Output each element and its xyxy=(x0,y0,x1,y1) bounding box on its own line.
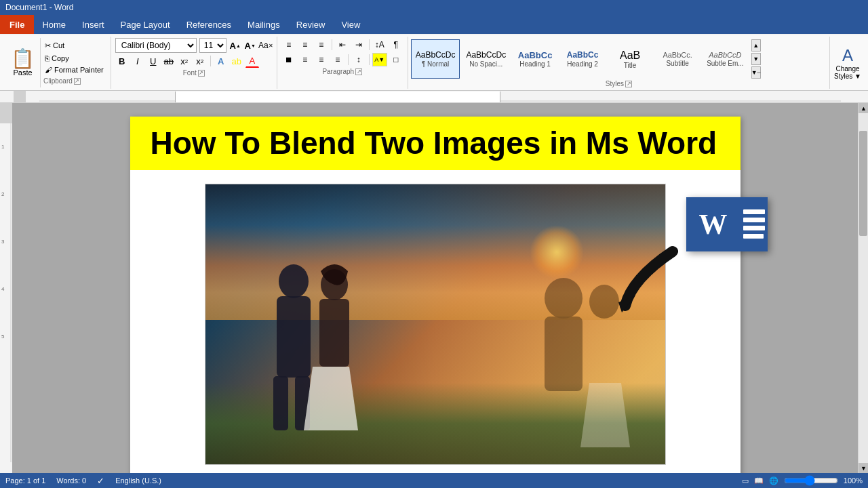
style-normal-preview: AaBbCcDc xyxy=(416,50,456,60)
menu-view[interactable]: View xyxy=(333,17,368,33)
style-subtitle-preview: AaBbCc. xyxy=(663,51,692,60)
format-painter-button[interactable]: 🖌 Format Painter xyxy=(43,65,105,75)
word-count: Words: 0 xyxy=(56,476,86,485)
bold-button[interactable]: B xyxy=(115,54,129,68)
show-marks-button[interactable]: ¶ xyxy=(389,38,403,52)
zoom-level: 100% xyxy=(844,476,863,485)
style-no-spacing[interactable]: AaBbCcDc No Spaci... xyxy=(461,39,511,79)
language-info: English (U.S.) xyxy=(115,476,161,485)
vertical-ruler-top xyxy=(0,103,12,123)
view-print-icon[interactable]: ▭ xyxy=(742,476,749,485)
font-expand-icon[interactable]: ↗ xyxy=(198,70,205,77)
style-normal[interactable]: AaBbCcDc ¶ Normal xyxy=(411,39,460,79)
decrease-indent-button[interactable]: ⇤ xyxy=(335,38,350,52)
svg-rect-9 xyxy=(545,317,583,391)
style-heading1[interactable]: AaBbCc Heading 1 xyxy=(512,39,558,79)
styles-scroll-up[interactable]: ▲ xyxy=(751,39,761,52)
sort-button[interactable]: ↕A xyxy=(372,38,387,52)
menu-page-layout[interactable]: Page Layout xyxy=(113,17,178,33)
clear-formatting-button[interactable]: Aa✕ xyxy=(259,39,273,52)
font-row1: Calibri (Body) 11 A▲ A▼ Aa✕ xyxy=(115,38,273,53)
style-heading1-label: Heading 1 xyxy=(519,60,551,68)
numbering-button[interactable]: ≡ xyxy=(298,38,313,52)
increase-indent-button[interactable]: ⇥ xyxy=(351,38,366,52)
ruler-content xyxy=(39,92,841,102)
align-left-button[interactable]: ⬛︎ xyxy=(281,53,296,66)
paste-icon: 📋 xyxy=(11,49,35,68)
font-group: Calibri (Body) 11 A▲ A▼ Aa✕ B I U ab x2 … xyxy=(111,37,277,89)
highlight-button[interactable]: ab xyxy=(230,54,243,68)
underline-button[interactable]: U xyxy=(146,54,160,68)
style-subtle-em[interactable]: AaBbCcD Subtle Em... xyxy=(702,39,748,79)
strikethrough-button[interactable]: ab xyxy=(162,54,176,68)
font-row2: B I U ab x2 x2 A ab A xyxy=(115,54,273,68)
format-painter-icon: 🖌 xyxy=(45,66,52,74)
font-grow-button[interactable]: A▲ xyxy=(229,39,241,52)
horizontal-ruler xyxy=(0,91,868,103)
font-name-select[interactable]: Calibri (Body) xyxy=(115,38,197,53)
view-web-icon[interactable]: 🌐 xyxy=(769,476,778,485)
copy-button[interactable]: ⎘ Copy xyxy=(43,54,105,63)
styles-scroll-down[interactable]: ▼ xyxy=(751,53,761,65)
styles-scroll: ▲ ▼ ▼─ xyxy=(750,38,762,80)
align-right-button[interactable]: ≡ xyxy=(314,53,329,66)
svg-point-8 xyxy=(545,278,583,319)
word-logo-lines xyxy=(741,197,768,251)
menu-file[interactable]: File xyxy=(0,15,34,34)
style-no-spacing-preview: AaBbCcDc xyxy=(466,50,506,60)
scroll-up-button[interactable]: ▲ xyxy=(859,103,868,113)
style-subtitle[interactable]: AaBbCc. Subtitle xyxy=(654,39,701,79)
scroll-thumb[interactable] xyxy=(859,131,867,236)
doc-title-text: How To Blend Two Images in Ms Word xyxy=(151,126,720,161)
cut-icon: ✂ xyxy=(45,41,51,50)
justify-button[interactable]: ≡ xyxy=(330,53,345,66)
style-subtle-em-label: Subtle Em... xyxy=(707,60,743,67)
multilevel-button[interactable]: ≡ xyxy=(314,38,329,52)
font-shrink-button[interactable]: A▼ xyxy=(244,39,256,52)
paragraph-label-row: Paragraph ↗ xyxy=(281,68,403,75)
shading-button[interactable]: A▼ xyxy=(372,53,387,66)
menu-insert[interactable]: Insert xyxy=(74,17,113,33)
text-effects-button[interactable]: A xyxy=(214,54,228,68)
menu-references[interactable]: References xyxy=(178,17,239,33)
styles-expand-icon[interactable]: ↗ xyxy=(625,81,632,87)
change-styles-button[interactable]: A ChangeStyles ▼ xyxy=(830,37,865,89)
scroll-down-button[interactable]: ▼ xyxy=(859,463,868,473)
title-bar: Document1 - Word xyxy=(0,0,868,15)
style-title[interactable]: AaB Title xyxy=(607,39,653,79)
view-read-icon[interactable]: 📖 xyxy=(754,476,764,485)
menu-home[interactable]: Home xyxy=(34,17,74,33)
vertical-scrollbar[interactable]: ▲ ▼ xyxy=(858,103,868,473)
style-subtle-em-preview: AaBbCcD xyxy=(709,51,741,60)
paste-button[interactable]: 📋 Paste xyxy=(5,38,41,87)
change-styles-icon: A xyxy=(842,46,853,65)
style-title-label: Title xyxy=(624,62,637,69)
doc-image-container: W xyxy=(157,184,713,465)
line-spacing-button[interactable]: ↕ xyxy=(351,53,366,66)
font-color-button[interactable]: A xyxy=(245,54,259,68)
zoom-slider[interactable] xyxy=(784,475,838,486)
align-center-button[interactable]: ≡ xyxy=(298,53,313,66)
paragraph-expand-icon[interactable]: ↗ xyxy=(355,68,362,75)
scroll-track[interactable] xyxy=(859,113,868,463)
font-size-select[interactable]: 11 xyxy=(199,38,226,53)
superscript-button[interactable]: x2 xyxy=(193,54,207,68)
ribbon-content: 📋 Paste ✂ Cut ⎘ Copy 🖌 Format Painter xyxy=(0,35,868,90)
styles-more-button[interactable]: ▼─ xyxy=(751,66,761,79)
bullets-button[interactable]: ≡ xyxy=(281,38,296,52)
style-subtitle-label: Subtitle xyxy=(666,60,688,67)
clipboard-expand-icon[interactable]: ↗ xyxy=(74,78,81,85)
subscript-button[interactable]: x2 xyxy=(178,54,191,68)
word-logo-line2 xyxy=(743,218,765,222)
status-right: ▭ 📖 🌐 100% xyxy=(742,475,863,486)
style-heading2[interactable]: AaBbCc Heading 2 xyxy=(559,39,606,79)
menu-review[interactable]: Review xyxy=(288,17,334,33)
status-bar: Page: 1 of 1 Words: 0 ✓ English (U.S.) ▭… xyxy=(0,473,868,488)
doc-scroll-area[interactable]: How To Blend Two Images in Ms Word xyxy=(12,103,858,473)
menu-mailings[interactable]: Mailings xyxy=(239,17,288,33)
style-normal-label: ¶ Normal xyxy=(422,60,449,68)
word-logo-w-letter: W xyxy=(699,208,728,241)
borders-button[interactable]: □ xyxy=(389,53,403,66)
italic-button[interactable]: I xyxy=(131,54,144,68)
cut-button[interactable]: ✂ Cut xyxy=(43,41,105,51)
